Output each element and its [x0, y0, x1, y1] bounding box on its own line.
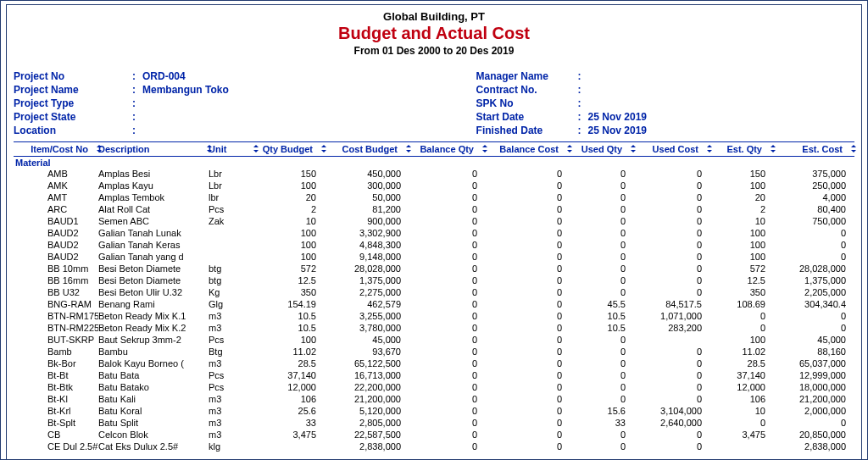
report-title: Budget and Actual Cost	[14, 23, 854, 43]
cell: 0	[632, 263, 709, 274]
cell: 2,640,000	[632, 417, 709, 429]
col-used-cost[interactable]: Used Cost	[632, 144, 709, 154]
cell: 10.5	[569, 310, 632, 322]
cell: Pcs	[209, 381, 255, 393]
col-est-cost[interactable]: Est. Cost	[772, 144, 853, 154]
table-row: CE Dul 2.5#Cat Eks Dulux 2.5#klg2,838,00…	[14, 441, 854, 452]
table-row: BTN-RM175Beton Ready Mix K.1m310.53,255,…	[14, 310, 854, 322]
cell: 0	[484, 215, 569, 227]
cell: BB U32	[14, 286, 98, 298]
cell: 0	[484, 203, 569, 215]
cell: 0	[569, 441, 632, 452]
cell: 0	[632, 203, 709, 215]
cell: 0	[484, 310, 569, 322]
cell: 0	[484, 369, 569, 381]
cell: 106	[255, 393, 323, 405]
table-row: AMKAmplas KayuLbr100300,0000000100250,00…	[14, 180, 854, 191]
cell: 10	[709, 405, 772, 417]
cell: 20,850,000	[772, 429, 853, 441]
cell: 21,200,000	[772, 393, 853, 405]
cell: m3	[209, 405, 255, 417]
cell: 0	[632, 381, 709, 393]
cell: 0	[569, 251, 632, 263]
meta-label: Finished Date	[476, 125, 578, 136]
cell: 0	[632, 429, 709, 441]
cell: 0	[632, 215, 709, 227]
meta-label: Start Date	[476, 111, 578, 123]
cell: 65,122,500	[323, 357, 408, 369]
meta-value	[142, 125, 476, 136]
cell: 0	[408, 429, 484, 441]
meta-value	[588, 84, 854, 96]
cell: 0	[569, 393, 632, 405]
cell: 45,000	[323, 334, 408, 346]
meta-colon: :	[132, 84, 142, 96]
cell: 10.5	[255, 322, 323, 334]
cell	[255, 441, 323, 452]
cell: 25.6	[255, 405, 323, 417]
cell: 100	[709, 180, 772, 191]
table-row: BAUD2Galian Tanah Keras1004,848,30000001…	[14, 239, 854, 251]
cell: Batu Bata	[98, 369, 209, 381]
cell: Bambu	[98, 346, 209, 357]
cell: 0	[484, 168, 569, 180]
cell: Galian Tanah yang d	[98, 251, 209, 263]
cell: 1,375,000	[323, 274, 408, 286]
cell: 0	[408, 393, 484, 405]
cell: 0	[408, 346, 484, 357]
cell: lbr	[209, 191, 255, 203]
cell: 10	[709, 215, 772, 227]
cell: 462,579	[323, 298, 408, 310]
cell: Celcon Blok	[98, 429, 209, 441]
cell: 3,780,000	[323, 322, 408, 334]
cell: btg	[209, 263, 255, 274]
cell: m3	[209, 357, 255, 369]
cell: 0	[632, 274, 709, 286]
cell: 11.02	[255, 346, 323, 357]
meta-colon: :	[578, 97, 588, 109]
cell: Bt-Kl	[14, 393, 98, 405]
table-row: Bt-BtBatu BataPcs37,14016,713,000000037,…	[14, 369, 854, 381]
col-est-qty[interactable]: Est. Qty	[709, 144, 772, 154]
cell: 12,000	[255, 381, 323, 393]
cell: 0	[569, 274, 632, 286]
col-item-no[interactable]: Item/Cost No	[14, 144, 98, 154]
col-balance-cost[interactable]: Balance Cost	[484, 144, 569, 154]
table-row: Bt-KrlBatu Koralm325.65,120,0000015.63,1…	[14, 405, 854, 417]
cell: Besi Beton Diamete	[98, 274, 209, 286]
cell: 0	[772, 239, 853, 251]
col-cost-budget[interactable]: Cost Budget	[323, 144, 408, 154]
cell: 0	[772, 310, 853, 322]
cell: 3,475	[255, 429, 323, 441]
col-used-qty[interactable]: Used Qty	[569, 144, 632, 154]
cell: 2,838,000	[772, 441, 853, 452]
cell: BAUD2	[14, 239, 98, 251]
cell: 50,000	[323, 191, 408, 203]
cell: BB 16mm	[14, 274, 98, 286]
cell: 2,838,000	[323, 441, 408, 452]
cell	[632, 334, 709, 346]
col-qty-budget[interactable]: Qty Budget	[255, 144, 323, 154]
cell: 0	[408, 227, 484, 239]
col-description[interactable]: Description	[98, 144, 209, 154]
cell: 0	[632, 346, 709, 357]
meta-label: Project No	[14, 70, 132, 82]
table-row: Bk-BorBalok Kayu Borneo (m328.565,122,50…	[14, 357, 854, 369]
cell: 100	[709, 239, 772, 251]
cell: m3	[209, 310, 255, 322]
cell: 0	[632, 227, 709, 239]
cell: 0	[408, 274, 484, 286]
cell: Batu Koral	[98, 405, 209, 417]
col-balance-qty[interactable]: Balance Qty	[408, 144, 484, 154]
cell: 0	[484, 239, 569, 251]
cell: 0	[569, 191, 632, 203]
cell: CE Dul 2.5#	[14, 441, 98, 452]
meta-label: Contract No.	[476, 84, 578, 96]
col-unit[interactable]: Unit	[209, 144, 255, 154]
meta-value: ORD-004	[142, 70, 476, 82]
table-row: AMTAmplas Temboklbr2050,0000000204,000	[14, 191, 854, 203]
cell: 0	[484, 393, 569, 405]
cell: 0	[569, 346, 632, 357]
cell: Bt-Bt	[14, 369, 98, 381]
cell: 3,104,000	[632, 405, 709, 417]
